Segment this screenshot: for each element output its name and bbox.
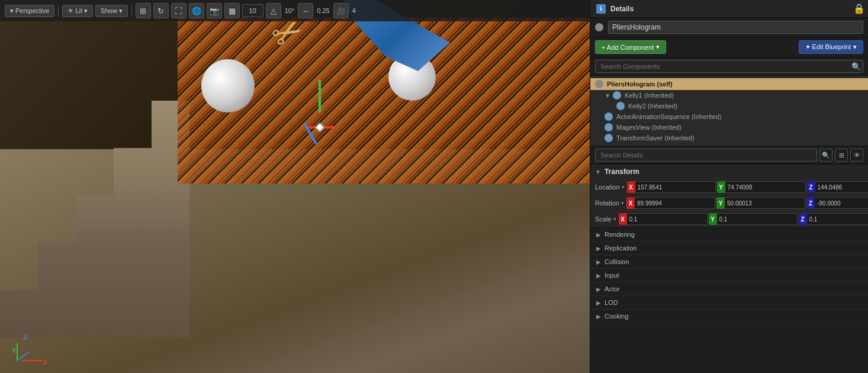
scale-y-field: Y xyxy=(709,213,798,225)
location-x-badge: X xyxy=(627,181,635,193)
transform-section: ▼ Transform Location ▾ X xyxy=(590,165,868,228)
component-mages-view[interactable]: MagesView (Inherited) xyxy=(590,122,868,133)
lod-label: LOD xyxy=(605,299,618,306)
sphere-left xyxy=(201,59,255,112)
rendering-label: Rendering xyxy=(605,231,635,238)
search-components-icon: 🔍 xyxy=(851,62,861,71)
search-components-input[interactable] xyxy=(595,60,863,73)
rotation-x-input[interactable] xyxy=(635,197,715,209)
scale-value: 0.25 xyxy=(316,7,330,14)
transform-section-header[interactable]: ▼ Transform xyxy=(590,165,868,179)
add-component-button[interactable]: + Add Component ▾ xyxy=(595,40,666,54)
location-xyz-group: X Y Z xyxy=(627,181,868,193)
location-label[interactable]: Location ▾ xyxy=(595,184,625,191)
actor-arrow-icon: ▶ xyxy=(596,286,601,292)
app-container: ▾ Perspective ☀ Lit ▾ Show ▾ ⊞ ↻ ⛶ 🌐 📷 xyxy=(0,0,868,373)
grid-value-input[interactable] xyxy=(242,4,263,17)
angle-icon-btn[interactable]: △ xyxy=(266,3,281,18)
rotation-y-field: Y xyxy=(716,197,805,209)
location-x-input[interactable] xyxy=(635,181,716,193)
component-root[interactable]: PliersHologram (self) xyxy=(590,78,868,90)
scale-z-badge: Z xyxy=(799,213,807,225)
collision-label: Collision xyxy=(605,258,629,265)
rotation-x-badge: X xyxy=(626,197,635,209)
collision-header[interactable]: ▶ Collision xyxy=(590,255,868,268)
transform-icon-btn[interactable]: ⊞ xyxy=(136,3,151,18)
cooking-header[interactable]: ▶ Cooking xyxy=(590,310,868,323)
show-dropdown[interactable]: Show ▾ xyxy=(95,5,128,17)
details-title: Details xyxy=(610,5,634,13)
rotation-y-input[interactable] xyxy=(725,197,805,209)
scale-label[interactable]: Scale ▾ xyxy=(595,216,616,223)
scale-x-field: X xyxy=(619,213,708,225)
component-actor-anim[interactable]: ActorAnimationSequence (Inherited) xyxy=(590,111,868,122)
kelly2-label: Kelly2 (Inherited) xyxy=(628,102,677,110)
location-z-badge: Z xyxy=(807,181,815,193)
toolbar-separator-2 xyxy=(131,5,132,17)
location-x-field: X xyxy=(627,181,716,193)
actor-icon xyxy=(595,23,603,31)
scale-y-input[interactable] xyxy=(717,213,798,225)
scale-x-input[interactable] xyxy=(627,213,708,225)
refresh-icon-btn[interactable]: ↻ xyxy=(153,3,169,18)
location-y-field: Y xyxy=(717,181,806,193)
component-transform-saver[interactable]: TransformSaver (Inherited) xyxy=(590,133,868,143)
edit-blueprint-button[interactable]: ✦ Edit Blueprint ▾ xyxy=(799,40,863,54)
rotation-row: Rotation ▾ X Y Z xyxy=(590,195,868,211)
actor-name-input[interactable] xyxy=(608,21,863,34)
location-z-field: Z xyxy=(807,181,868,193)
lock-button[interactable]: 🔒 xyxy=(853,3,865,14)
lit-dropdown[interactable]: ☀ Lit ▾ xyxy=(62,5,93,17)
rendering-header[interactable]: ▶ Rendering xyxy=(590,228,868,241)
search-components-bar: 🔍 xyxy=(590,57,868,76)
search-details-input[interactable] xyxy=(595,149,817,162)
rotation-z-badge: Z xyxy=(806,197,815,209)
rendering-arrow-icon: ▶ xyxy=(596,231,601,238)
gizmo-center xyxy=(315,123,325,133)
actor-header[interactable]: ▶ Actor xyxy=(590,282,868,295)
details-icon: ℹ xyxy=(596,4,606,14)
location-z-input[interactable] xyxy=(815,181,868,193)
show-label: Show xyxy=(101,7,117,14)
collision-arrow-icon: ▶ xyxy=(596,259,601,265)
input-section: ▶ Input xyxy=(590,269,868,282)
component-kelly2[interactable]: Kelly2 (Inherited) xyxy=(590,101,868,111)
lit-arrow: ▾ xyxy=(84,7,88,15)
transform-arrow-icon: ▼ xyxy=(595,169,601,175)
maximize-icon-btn[interactable]: ⛶ xyxy=(171,3,187,18)
root-label: PliersHologram (self) xyxy=(607,81,673,88)
right-panel: ℹ Details 🔒 + Add Component ▾ ✦ Edit Blu… xyxy=(590,0,868,373)
viewport-toolbar: ▾ Perspective ☀ Lit ▾ Show ▾ ⊞ ↻ ⛶ 🌐 📷 xyxy=(0,0,590,21)
input-label: Input xyxy=(605,272,619,279)
world-icon-btn[interactable]: 🌐 xyxy=(189,3,204,18)
snap-icon-btn[interactable]: ↔ xyxy=(298,3,313,18)
transform-saver-label: TransformSaver (Inherited) xyxy=(616,134,695,142)
scale-z-input[interactable] xyxy=(807,213,868,225)
gizmo-y-axis xyxy=(319,80,321,112)
rotation-y-badge: Y xyxy=(716,197,725,209)
camera2-icon-btn[interactable]: 🎥 xyxy=(333,3,349,18)
rotation-label[interactable]: Rotation ▾ xyxy=(595,200,624,207)
details-grid-btn[interactable]: ⊞ xyxy=(835,149,848,162)
perspective-dropdown[interactable]: ▾ Perspective xyxy=(5,5,54,17)
input-header[interactable]: ▶ Input xyxy=(590,269,868,282)
details-eye-btn[interactable]: 👁 xyxy=(850,149,863,162)
grid-icon-btn[interactable]: ▦ xyxy=(224,3,240,18)
camera-icon-btn[interactable]: 📷 xyxy=(207,3,222,18)
actor-anim-label: ActorAnimationSequence (Inherited) xyxy=(616,113,721,120)
x-axis-line xyxy=(22,360,43,361)
location-y-input[interactable] xyxy=(725,181,806,193)
input-arrow-icon: ▶ xyxy=(596,272,601,279)
rotation-z-input[interactable] xyxy=(815,197,868,209)
details-scroll[interactable]: 🔍 ⊞ 👁 ▼ Transform Location ▾ xyxy=(590,146,868,373)
component-kelly1[interactable]: ▼ Kelly1 (Inherited) xyxy=(590,90,868,101)
lod-header[interactable]: ▶ LOD xyxy=(590,296,868,309)
replication-header[interactable]: ▶ Replication xyxy=(590,242,868,255)
x-axis-label: X xyxy=(43,359,47,366)
scale-x-badge: X xyxy=(619,213,627,225)
transform-saver-icon xyxy=(605,134,613,142)
search-details-icon-btn[interactable]: 🔍 xyxy=(819,149,832,162)
location-row: Location ▾ X Y Z xyxy=(590,179,868,195)
mages-view-label: MagesView (Inherited) xyxy=(616,124,681,131)
cooking-label: Cooking xyxy=(605,313,628,320)
